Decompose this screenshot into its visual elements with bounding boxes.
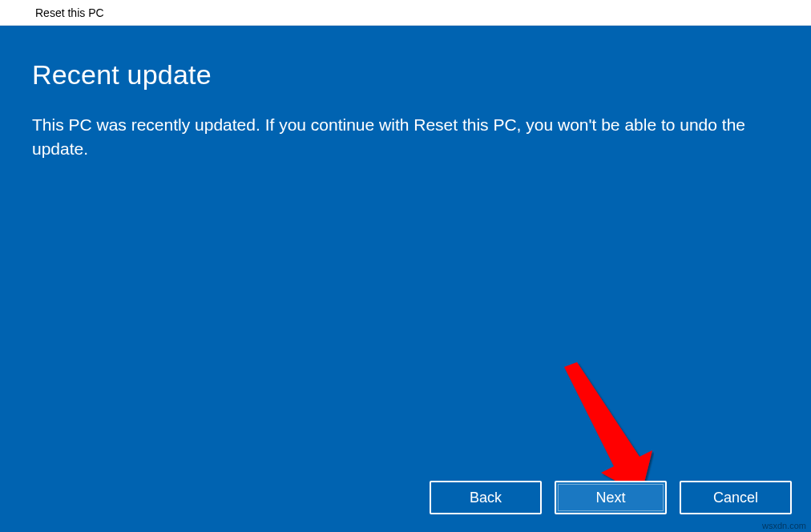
next-button[interactable]: Next <box>555 481 667 514</box>
window-title: Reset this PC <box>35 6 104 19</box>
watermark-text: wsxdn.com <box>762 521 806 530</box>
svg-marker-0 <box>564 362 652 495</box>
button-row: Back Next Cancel <box>430 481 792 514</box>
back-button[interactable]: Back <box>430 481 542 514</box>
body-text: This PC was recently updated. If you con… <box>32 113 769 162</box>
cancel-button[interactable]: Cancel <box>680 481 792 514</box>
page-heading: Recent update <box>32 59 779 91</box>
annotation-arrow-icon <box>550 362 654 498</box>
window-titlebar: Reset this PC <box>0 0 811 26</box>
dialog-content: Recent update This PC was recently updat… <box>0 26 811 532</box>
